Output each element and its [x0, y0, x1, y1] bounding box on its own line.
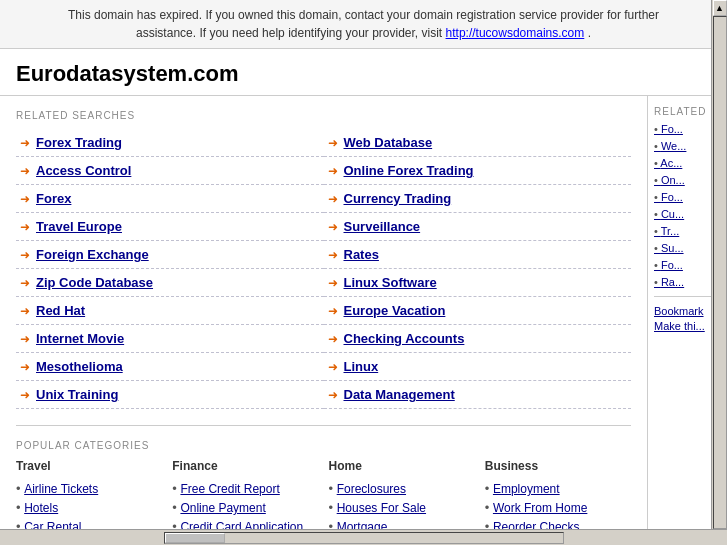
arrow-icon: ➜ — [20, 136, 30, 150]
search-item: ➜Internet Movie — [16, 325, 324, 353]
search-item: ➜Zip Code Database — [16, 269, 324, 297]
search-item: ➜Linux Software — [324, 269, 632, 297]
search-link[interactable]: Access Control — [36, 163, 131, 178]
popular-column: HomeForeclosuresHouses For SaleMortgage — [329, 459, 475, 536]
search-link[interactable]: Europe Vacation — [344, 303, 446, 318]
search-item: ➜Web Database — [324, 129, 632, 157]
arrow-icon: ➜ — [20, 220, 30, 234]
related-searches-label: RELATED SEARCHES — [16, 110, 631, 121]
search-item: ➜Linux — [324, 353, 632, 381]
popular-column-list: ForeclosuresHouses For SaleMortgage — [329, 479, 475, 536]
search-item: ➜Mesothelioma — [16, 353, 324, 381]
arrow-icon: ➜ — [328, 276, 338, 290]
main-layout: RELATED SEARCHES ➜Forex Trading➜Web Data… — [0, 96, 727, 545]
popular-link[interactable]: Foreclosures — [337, 482, 406, 496]
popular-grid: TravelAirline TicketsHotelsCar RentalFin… — [16, 459, 631, 536]
popular-link[interactable]: Houses For Sale — [337, 501, 426, 515]
search-link[interactable]: Web Database — [344, 135, 433, 150]
arrow-icon: ➜ — [328, 164, 338, 178]
arrow-icon: ➜ — [328, 304, 338, 318]
popular-link[interactable]: Work From Home — [493, 501, 587, 515]
search-link[interactable]: Linux — [344, 359, 379, 374]
list-item: Free Credit Report — [172, 479, 318, 498]
arrow-icon: ➜ — [20, 276, 30, 290]
arrow-icon: ➜ — [328, 136, 338, 150]
search-link[interactable]: Unix Training — [36, 387, 118, 402]
scroll-track[interactable] — [713, 16, 727, 529]
search-link[interactable]: Online Forex Trading — [344, 163, 474, 178]
popular-column: TravelAirline TicketsHotelsCar Rental — [16, 459, 162, 536]
search-link[interactable]: Forex — [36, 191, 71, 206]
arrow-icon: ➜ — [328, 388, 338, 402]
arrow-icon: ➜ — [328, 360, 338, 374]
list-item: Work From Home — [485, 498, 631, 517]
search-link[interactable]: Surveillance — [344, 219, 421, 234]
popular-column-title: Business — [485, 459, 631, 473]
arrow-icon: ➜ — [328, 192, 338, 206]
arrow-icon: ➜ — [328, 220, 338, 234]
search-link[interactable]: Foreign Exchange — [36, 247, 149, 262]
site-header: Eurodatasystem.com — [0, 49, 727, 96]
popular-link[interactable]: Online Payment — [180, 501, 265, 515]
search-link[interactable]: Data Management — [344, 387, 455, 402]
list-item: Online Payment — [172, 498, 318, 517]
search-item: ➜Surveillance — [324, 213, 632, 241]
search-item: ➜Europe Vacation — [324, 297, 632, 325]
scrollbar-track[interactable] — [164, 532, 564, 544]
notice-link[interactable]: http://tucowsdomains.com — [446, 26, 585, 40]
popular-column-list: EmploymentWork From HomeReorder Checks — [485, 479, 631, 536]
search-link[interactable]: Red Hat — [36, 303, 85, 318]
search-item: ➜Foreign Exchange — [16, 241, 324, 269]
search-item: ➜Forex Trading — [16, 129, 324, 157]
search-link[interactable]: Zip Code Database — [36, 275, 153, 290]
search-link[interactable]: Mesothelioma — [36, 359, 123, 374]
popular-column: BusinessEmploymentWork From HomeReorder … — [485, 459, 631, 536]
popular-link[interactable]: Airline Tickets — [24, 482, 98, 496]
arrow-icon: ➜ — [20, 248, 30, 262]
search-link[interactable]: Internet Movie — [36, 331, 124, 346]
list-item: Hotels — [16, 498, 162, 517]
content-area: RELATED SEARCHES ➜Forex Trading➜Web Data… — [0, 96, 647, 545]
popular-link[interactable]: Free Credit Report — [180, 482, 279, 496]
arrow-icon: ➜ — [20, 388, 30, 402]
list-item: Houses For Sale — [329, 498, 475, 517]
popular-column-title: Finance — [172, 459, 318, 473]
search-item: ➜Rates — [324, 241, 632, 269]
search-item: ➜Data Management — [324, 381, 632, 409]
search-link[interactable]: Forex Trading — [36, 135, 122, 150]
search-link[interactable]: Checking Accounts — [344, 331, 465, 346]
search-link[interactable]: Rates — [344, 247, 379, 262]
popular-categories-section: POPULAR CATEGORIES TravelAirline Tickets… — [16, 425, 631, 536]
search-item: ➜Travel Europe — [16, 213, 324, 241]
popular-link[interactable]: Employment — [493, 482, 560, 496]
horizontal-scrollbar[interactable] — [0, 529, 727, 545]
popular-column-list: Free Credit ReportOnline PaymentCredit C… — [172, 479, 318, 536]
search-link[interactable]: Currency Trading — [344, 191, 452, 206]
arrow-icon: ➜ — [20, 192, 30, 206]
search-item: ➜Forex — [16, 185, 324, 213]
arrow-icon: ➜ — [20, 332, 30, 346]
vertical-scrollbar[interactable]: ▲ ▼ — [711, 0, 727, 545]
search-link[interactable]: Linux Software — [344, 275, 437, 290]
site-title: Eurodatasystem.com — [16, 61, 239, 86]
popular-link[interactable]: Hotels — [24, 501, 58, 515]
popular-column-title: Home — [329, 459, 475, 473]
arrow-icon: ➜ — [328, 248, 338, 262]
scrollbar-thumb[interactable] — [165, 533, 225, 543]
notice-period: . — [588, 26, 591, 40]
search-item: ➜Currency Trading — [324, 185, 632, 213]
popular-column-title: Travel — [16, 459, 162, 473]
search-item: ➜Unix Training — [16, 381, 324, 409]
arrow-icon: ➜ — [20, 164, 30, 178]
search-item: ➜Red Hat — [16, 297, 324, 325]
notice-bar: This domain has expired. If you owned th… — [0, 0, 727, 49]
search-link[interactable]: Travel Europe — [36, 219, 122, 234]
search-item: ➜Checking Accounts — [324, 325, 632, 353]
arrow-icon: ➜ — [20, 304, 30, 318]
search-grid: ➜Forex Trading➜Web Database➜Access Contr… — [16, 129, 631, 409]
popular-categories-label: POPULAR CATEGORIES — [16, 440, 631, 451]
scroll-up-button[interactable]: ▲ — [713, 0, 727, 16]
search-item: ➜Access Control — [16, 157, 324, 185]
list-item: Airline Tickets — [16, 479, 162, 498]
list-item: Employment — [485, 479, 631, 498]
